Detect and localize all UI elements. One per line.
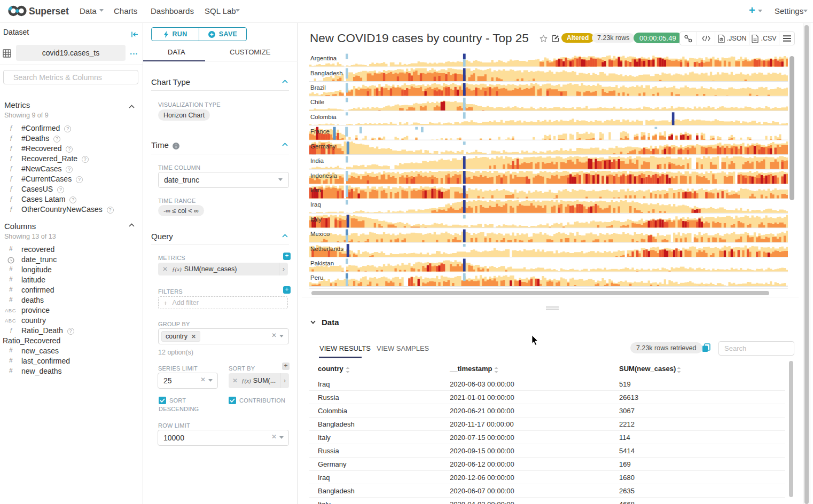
svg-text:Chile: Chile — [310, 99, 324, 105]
svg-text:Mexico: Mexico — [310, 231, 330, 237]
svg-text:Colombia: Colombia — [310, 114, 337, 120]
svg-text:Indonesia: Indonesia — [310, 172, 337, 179]
svg-text:India: India — [310, 158, 324, 164]
svg-text:Germany: Germany — [310, 143, 336, 149]
svg-text:Brazil: Brazil — [310, 84, 326, 91]
svg-text:France: France — [310, 128, 330, 135]
svg-text:Pakistan: Pakistan — [310, 260, 334, 266]
svg-text:Bangladesh: Bangladesh — [310, 70, 343, 76]
svg-text:Italy: Italy — [310, 216, 322, 223]
svg-text:Netherlands: Netherlands — [310, 246, 343, 252]
svg-text:Peru: Peru — [310, 274, 323, 281]
svg-text:Iraq: Iraq — [310, 201, 321, 208]
svg-text:Iran: Iran — [310, 187, 321, 193]
svg-text:Argentina: Argentina — [310, 55, 337, 61]
